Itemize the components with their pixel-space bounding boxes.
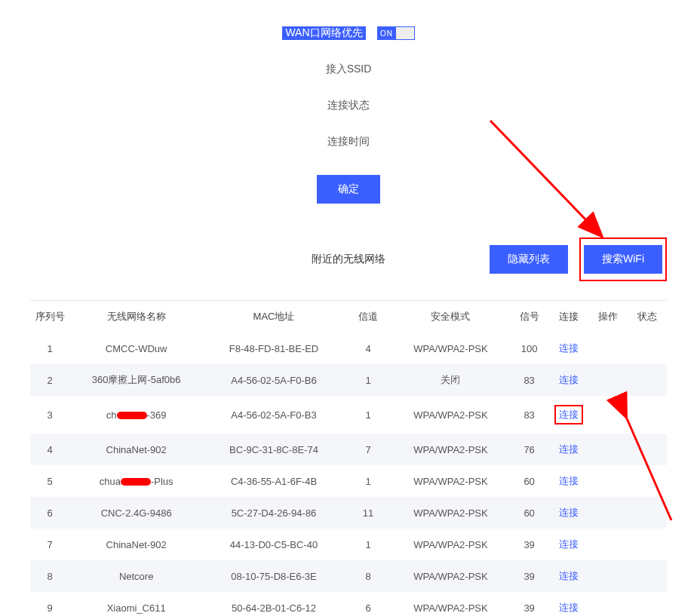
cell-operate — [588, 529, 628, 560]
cell-name: Netcore — [69, 560, 203, 592]
cell-connect: 连接 — [549, 465, 588, 497]
cell-index: 6 — [30, 497, 69, 529]
cell-connect: 连接 — [549, 497, 588, 529]
connect-link[interactable]: 连接 — [559, 374, 579, 385]
search-wifi-button[interactable]: 搜索WiFi — [584, 245, 662, 274]
wan-priority-label: WAN口网络优先 — [282, 26, 365, 40]
cell-mac: 50-64-2B-01-C6-12 — [203, 592, 345, 616]
cell-index: 4 — [30, 434, 69, 465]
confirm-button[interactable]: 确定 — [317, 175, 380, 204]
connect-link[interactable]: 连接 — [559, 507, 579, 518]
cell-name: ch-369 — [69, 396, 203, 434]
cell-mac: A4-56-02-5A-F0-B6 — [203, 364, 345, 396]
cell-status — [628, 364, 667, 396]
cell-index: 7 — [30, 529, 69, 560]
cell-channel: 1 — [345, 465, 392, 497]
cell-signal: 60 — [510, 465, 549, 497]
table-row: 1CMCC-WDuwF8-48-FD-81-BE-ED4WPA/WPA2-PSK… — [30, 333, 667, 364]
redaction-mark — [117, 412, 147, 419]
cell-signal: 39 — [510, 529, 549, 560]
cell-name: CMCC-WDuw — [69, 333, 203, 364]
cell-security: 关闭 — [391, 364, 509, 396]
cell-connect: 连接 — [549, 592, 588, 616]
search-wifi-annotation: 搜索WiFi — [579, 238, 667, 281]
table-row: 6CNC-2.4G-94865C-27-D4-26-94-8611WPA/WPA… — [30, 497, 667, 529]
cell-connect: 连接 — [549, 560, 588, 592]
cell-operate — [588, 434, 628, 465]
th-mac: MAC地址 — [203, 301, 345, 333]
cell-security: WPA/WPA2-PSK — [391, 333, 509, 364]
cell-status — [628, 434, 667, 465]
wifi-table: 序列号 无线网络名称 MAC地址 信道 安全模式 信号 连接 操作 状态 1CM… — [30, 301, 667, 616]
cell-channel: 4 — [345, 333, 392, 364]
conn-status-label: 连接状态 — [311, 99, 386, 112]
cell-connect: 连接 — [549, 529, 588, 560]
cell-name: ChinaNet-902 — [69, 529, 203, 560]
cell-index: 9 — [30, 592, 69, 616]
th-connect: 连接 — [549, 301, 588, 333]
cell-security: WPA/WPA2-PSK — [391, 465, 509, 497]
nearby-networks-title: 附近的无线网络 — [312, 253, 385, 266]
table-row: 5chua-PlusC4-36-55-A1-6F-4B1WPA/WPA2-PSK… — [30, 465, 667, 497]
cell-index: 8 — [30, 560, 69, 592]
cell-security: WPA/WPA2-PSK — [391, 560, 509, 592]
cell-operate — [588, 364, 628, 396]
ssid-label: 接入SSID — [311, 63, 386, 76]
cell-connect: 连接 — [549, 364, 588, 396]
table-row: 7ChinaNet-90244-13-D0-C5-BC-401WPA/WPA2-… — [30, 529, 667, 560]
cell-security: WPA/WPA2-PSK — [391, 497, 509, 529]
redaction-mark — [121, 478, 151, 486]
th-index: 序列号 — [30, 301, 69, 333]
cell-mac: F8-48-FD-81-BE-ED — [203, 333, 345, 364]
connect-link[interactable]: 连接 — [559, 570, 579, 581]
cell-name: Xiaomi_C611 — [69, 592, 203, 616]
th-signal: 信号 — [510, 301, 549, 333]
cell-signal: 76 — [510, 434, 549, 465]
cell-status — [628, 529, 667, 560]
cell-mac: C4-36-55-A1-6F-4B — [203, 465, 345, 497]
cell-status — [628, 465, 667, 497]
cell-status — [628, 560, 667, 592]
connect-link[interactable]: 连接 — [559, 538, 579, 550]
cell-signal: 60 — [510, 497, 549, 529]
cell-index: 3 — [30, 396, 69, 434]
connect-link[interactable]: 连接 — [559, 602, 579, 613]
cell-channel: 6 — [345, 592, 392, 616]
connect-link[interactable]: 连接 — [559, 443, 579, 455]
toggle-off-side — [396, 27, 414, 39]
cell-signal: 83 — [510, 396, 549, 434]
cell-name: 360摩擦上网-5af0b6 — [69, 364, 203, 396]
wan-priority-toggle[interactable]: ON — [377, 26, 415, 40]
cell-signal: 39 — [510, 592, 549, 616]
th-operate: 操作 — [588, 301, 628, 333]
toggle-on-text: ON — [378, 27, 396, 39]
cell-mac: A4-56-02-5A-F0-B3 — [203, 396, 345, 434]
table-row: 9Xiaomi_C61150-64-2B-01-C6-126WPA/WPA2-P… — [30, 592, 667, 616]
table-row: 3ch-369A4-56-02-5A-F0-B31WPA/WPA2-PSK83连… — [30, 396, 667, 434]
cell-channel: 1 — [345, 364, 392, 396]
cell-index: 5 — [30, 465, 69, 497]
cell-mac: BC-9C-31-8C-8E-74 — [203, 434, 345, 465]
cell-security: WPA/WPA2-PSK — [391, 396, 509, 434]
cell-operate — [588, 560, 628, 592]
connect-link[interactable]: 连接 — [559, 342, 579, 354]
table-row: 4ChinaNet-902BC-9C-31-8C-8E-747WPA/WPA2-… — [30, 434, 667, 465]
hide-list-button[interactable]: 隐藏列表 — [490, 245, 568, 274]
cell-index: 1 — [30, 333, 69, 364]
cell-operate — [588, 465, 628, 497]
connect-link[interactable]: 连接 — [559, 409, 579, 420]
cell-connect: 连接 — [549, 333, 588, 364]
cell-channel: 7 — [345, 434, 392, 465]
cell-channel: 11 — [345, 497, 392, 529]
cell-status — [628, 396, 667, 434]
cell-name: chua-Plus — [69, 465, 203, 497]
table-row: 8Netcore08-10-75-D8-E6-3E8WPA/WPA2-PSK39… — [30, 560, 667, 592]
connect-annotation-box: 连接 — [554, 405, 583, 424]
cell-status — [628, 497, 667, 529]
cell-security: WPA/WPA2-PSK — [391, 529, 509, 560]
th-status: 状态 — [628, 301, 667, 333]
cell-channel: 8 — [345, 560, 392, 592]
connect-link[interactable]: 连接 — [559, 475, 579, 486]
th-channel: 信道 — [345, 301, 392, 333]
cell-security: WPA/WPA2-PSK — [391, 592, 509, 616]
